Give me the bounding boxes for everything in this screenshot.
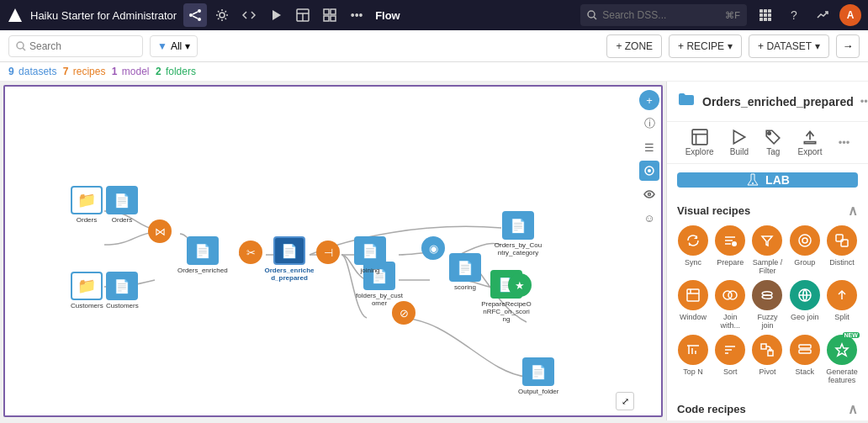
customers-folder-node[interactable]: 📁 Customers: [71, 272, 103, 309]
sync-icon: [678, 225, 708, 256]
apps-grid-icon-btn[interactable]: [754, 3, 777, 27]
green-recipe-node[interactable]: ★: [508, 273, 532, 297]
more-icon-btn[interactable]: •••: [345, 3, 368, 27]
orders-enriched-prepared-node[interactable]: 📄 Orders_enriched_prepared: [264, 236, 315, 282]
flow-canvas[interactable]: 📁 Orders 📄 Orders 📁 Customers 📄 Customer…: [3, 85, 663, 417]
expand-button[interactable]: ⤢: [616, 392, 634, 410]
info-tool-btn[interactable]: ⓘ: [639, 114, 659, 134]
customers-folder-icon: 📁: [71, 272, 103, 300]
main-layout: 📁 Orders 📄 Orders 📁 Customers 📄 Customer…: [0, 82, 868, 420]
recipe-group[interactable]: Group: [789, 225, 821, 275]
build-action[interactable]: Build: [730, 129, 749, 156]
sidebar-more-btn[interactable]: •••: [860, 95, 868, 108]
user-avatar[interactable]: A: [839, 4, 861, 26]
svg-point-15: [588, 11, 595, 18]
analytics-icon-btn[interactable]: [811, 3, 834, 27]
top-n-icon: [678, 335, 708, 365]
prepare-recipe-icon: ✂: [239, 241, 262, 264]
recipe-stack[interactable]: Stack: [789, 335, 821, 384]
eye-tool-btn[interactable]: [639, 184, 659, 204]
recipe-split[interactable]: Split: [826, 280, 858, 330]
lab-button[interactable]: LAB: [677, 172, 858, 188]
dashboard-icon-btn[interactable]: [318, 3, 341, 27]
filter-recipe-node[interactable]: ⊘: [392, 301, 415, 325]
score-recipe-icon: ◉: [421, 236, 445, 260]
list-tool-btn[interactable]: ☰: [639, 137, 659, 157]
export-label: Export: [798, 147, 823, 156]
recipe-generate-features[interactable]: NEW Generate features: [826, 335, 858, 384]
recipe-pivot[interactable]: Pivot: [751, 335, 783, 384]
code-recipes-toggle[interactable]: ∧: [848, 401, 858, 417]
svg-line-4: [193, 12, 198, 14]
score-recipe-node[interactable]: ◉: [421, 236, 445, 260]
filter-icon: ▼: [157, 40, 167, 52]
distinct-icon: [827, 225, 857, 256]
orders-by-country-node[interactable]: 📄 Orders_by_Country_category: [493, 211, 543, 256]
add-tool-btn[interactable]: +: [639, 90, 659, 110]
visual-recipes-toggle[interactable]: ∧: [848, 203, 858, 219]
flow-search-box[interactable]: [8, 35, 143, 57]
orders-node[interactable]: 📁 Orders: [71, 186, 103, 224]
scoring-node[interactable]: 📄 scoring: [449, 253, 481, 291]
global-search[interactable]: ⌘F: [580, 4, 747, 26]
arrow-right-button[interactable]: →: [836, 34, 860, 58]
sidebar-overflow-btn[interactable]: •••: [839, 136, 850, 149]
filter-label: All: [171, 40, 182, 52]
active-tool-btn[interactable]: [639, 161, 659, 181]
prepare-recipe-node[interactable]: ✂: [239, 241, 262, 264]
recipe-button[interactable]: + RECIPE ▾: [669, 34, 742, 58]
search-input[interactable]: [602, 9, 720, 21]
output-folder-node[interactable]: 📄 Output_folder: [518, 357, 558, 395]
recipe-sort[interactable]: Sort: [714, 335, 746, 384]
recipe-prepare[interactable]: Prepare: [714, 225, 746, 275]
smile-tool-btn[interactable]: ☺: [639, 208, 659, 228]
prepare-rfc-label: PrepareRecipeOnRFC_on_scoring: [481, 300, 532, 323]
window-icon: [678, 280, 708, 310]
split-recipe-node[interactable]: ⊣: [316, 241, 340, 264]
nav-right-icons: ? A: [754, 3, 861, 27]
recipe-sample-filter[interactable]: Sample / Filter: [751, 225, 783, 275]
svg-rect-62: [799, 345, 811, 348]
recipe-join-with[interactable]: Join with...: [714, 280, 746, 330]
folders-label[interactable]: folders: [166, 66, 196, 77]
recipe-btn-label: + RECIPE: [678, 40, 724, 52]
orders-enriched-node[interactable]: 📄 Orders_enriched: [177, 236, 228, 274]
svg-line-5: [193, 16, 198, 19]
help-icon-btn[interactable]: ?: [782, 3, 806, 27]
recipe-window[interactable]: Window: [677, 280, 709, 330]
joining-node[interactable]: 📄 joining: [354, 236, 386, 274]
explore-action[interactable]: Explore: [685, 129, 714, 156]
recipe-geo-join[interactable]: Geo join: [789, 280, 821, 330]
sort-icon: [715, 335, 745, 365]
filter-dropdown[interactable]: ▼ All ▾: [150, 35, 198, 57]
share-icon-btn[interactable]: [183, 3, 207, 27]
nav-icons-group: •••: [183, 3, 368, 27]
recipe-fuzzy-join[interactable]: Fuzzy join: [751, 280, 783, 330]
recipe-chevron: ▾: [728, 40, 733, 52]
settings-icon-btn[interactable]: [210, 3, 234, 27]
recipes-count: 7: [63, 66, 69, 77]
orders2-node[interactable]: 📄 Orders: [106, 186, 138, 224]
code-icon-btn[interactable]: [237, 3, 261, 27]
recipe-sync[interactable]: Sync: [677, 225, 709, 275]
recipe-top-n[interactable]: Top N: [677, 335, 709, 384]
svg-rect-11: [324, 9, 329, 14]
zone-button[interactable]: + ZONE: [606, 34, 662, 58]
tag-action[interactable]: Tag: [765, 129, 781, 156]
export-action[interactable]: Export: [798, 129, 823, 156]
play-icon-btn[interactable]: [264, 3, 288, 27]
code-recipes-section: Code recipes ∧ Python R R SQL SQL: [667, 394, 868, 420]
flow-search-input[interactable]: [29, 40, 130, 52]
svg-rect-20: [760, 13, 763, 17]
customers-node[interactable]: 📄 Customers: [106, 272, 139, 309]
model-label[interactable]: model: [122, 66, 150, 77]
join-recipe-node[interactable]: ⋈: [148, 219, 172, 243]
datasets-label[interactable]: datasets: [19, 66, 56, 77]
recipes-label[interactable]: recipes: [73, 66, 106, 77]
svg-marker-7: [273, 10, 281, 20]
recipe-distinct[interactable]: Distinct: [826, 225, 858, 275]
visual-recipes-label: Visual recipes: [677, 204, 750, 217]
dataset-button[interactable]: + DATASET ▾: [749, 34, 829, 58]
svg-rect-23: [760, 18, 763, 21]
table-icon-btn[interactable]: [291, 3, 315, 27]
